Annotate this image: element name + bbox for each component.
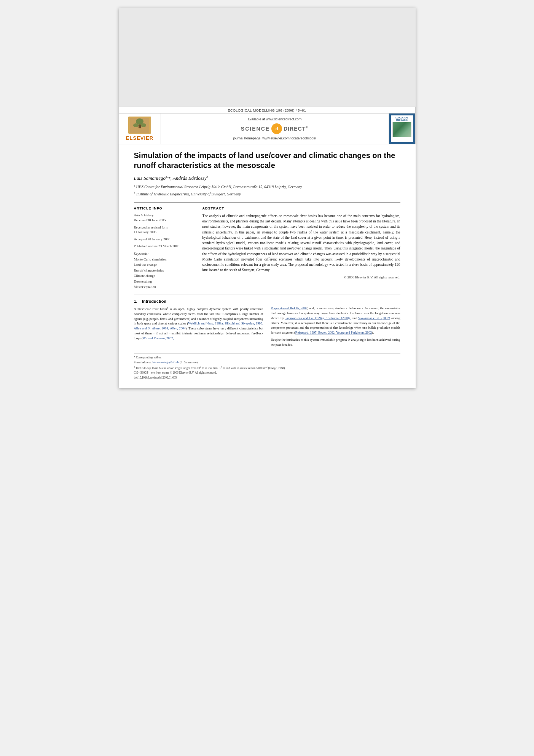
article-info-abstract-section: ARTICLE INFO Article history: Received 3… <box>134 206 400 289</box>
top-blank-area <box>119 8 416 107</box>
intro-text-right-2: Despite the intricacies of this system, … <box>271 337 400 347</box>
keyword-monte-carlo: Monte Carlo simulation <box>134 257 195 262</box>
journal-center: available at www.sciencedirect.com SCIEN… <box>161 114 389 143</box>
affil-b: b Institute of Hydraulic Engineering, Un… <box>134 191 400 197</box>
direct-text: DIRECT® <box>284 126 308 132</box>
intro-col-left: A mesoscale river basin1 is an open, hig… <box>134 306 263 349</box>
keyword-runoff: Runoff characteristics <box>134 268 195 273</box>
received-date: Received 30 June 2005 <box>134 218 195 223</box>
journal-banner: ELSEVIER available at www.sciencedirect.… <box>119 113 415 144</box>
journal-available-text: available at www.sciencedirect.com <box>248 117 302 121</box>
accepted-date: Accepted 30 January 2006 <box>134 237 195 242</box>
thumb-journal-image <box>392 122 411 137</box>
footnote-area: * Corresponding author. E-mail address: … <box>134 353 400 380</box>
article-info-header: ARTICLE INFO <box>134 206 195 210</box>
footnote-corresponding: * Corresponding author. <box>134 356 400 360</box>
journal-header-bar: ECOLOGICAL MODELLING 196 (2006) 45–61 EL… <box>119 107 416 144</box>
paper-title: Simulation of the impacts of land use/co… <box>134 150 400 170</box>
journal-thumb-inner: ECOLOGICAL MODELLING <box>391 115 413 142</box>
divider-after-affiliations <box>134 202 400 203</box>
footnote-issn: 0304-3800/$ – see front matter © 2006 El… <box>134 371 400 375</box>
svg-point-4 <box>141 123 146 127</box>
abstract-copyright: © 2006 Elsevier B.V. All rights reserved… <box>202 275 400 279</box>
science-text: SCIENCE <box>241 126 270 132</box>
intro-text-right: Porporato and Ridolfi, 2003) and, in som… <box>271 306 400 335</box>
author-b-sup: b <box>207 175 209 179</box>
thumb-journal-title: ECOLOGICAL MODELLING <box>392 117 412 121</box>
revised-label: Received in revised form 11 January 2006 <box>134 225 195 235</box>
section-number: 1. <box>134 299 137 304</box>
author-a-sup: a, <box>166 175 168 179</box>
history-label: Article history: <box>134 213 195 217</box>
journal-thumbnail: ECOLOGICAL MODELLING <box>389 113 415 144</box>
affil-a: a UFZ Centre for Environmental Research … <box>134 184 400 190</box>
journal-homepage-text: journal homepage: www.elsevier.com/locat… <box>233 136 316 140</box>
keyword-downscaling: Downscaling <box>134 279 195 284</box>
affiliations: a UFZ Centre for Environmental Research … <box>134 184 400 197</box>
sciencedirect-logo: SCIENCE d DIRECT® <box>241 123 308 134</box>
section-title-text: Introduction <box>142 299 166 304</box>
abstract-header: ABSTRACT <box>202 206 400 210</box>
elsevier-logo-box: ELSEVIER <box>119 113 161 144</box>
abstract-text: The analysis of climatic and anthropogen… <box>202 213 400 273</box>
keywords-label: Keywords: <box>134 252 195 256</box>
footnote-1: 1 That is to say, those basins whose len… <box>134 365 400 370</box>
elsevier-logo-text: ELSEVIER <box>126 135 153 141</box>
abstract-col: ABSTRACT The analysis of climatic and an… <box>202 206 400 289</box>
authors-line: Luis Samaniegoa,*, András Bárdossyb <box>134 175 400 181</box>
intro-text-left: A mesoscale river basin1 is an open, hig… <box>134 306 263 340</box>
svg-point-3 <box>133 123 139 127</box>
svg-rect-2 <box>139 125 141 128</box>
keyword-climate: Climate change <box>134 273 195 278</box>
page: ECOLOGICAL MODELLING 196 (2006) 45–61 EL… <box>119 8 416 388</box>
published-date: Published on line 23 March 2006 <box>134 244 195 249</box>
journal-top-line: ECOLOGICAL MODELLING 196 (2006) 45–61 <box>119 107 415 113</box>
divider-after-abstract <box>134 294 400 294</box>
footnote-doi: doi:10.1016/j.ecolmodel.2006.01.005 <box>134 376 400 380</box>
introduction-body: A mesoscale river basin1 is an open, hig… <box>134 306 400 349</box>
direct-circle-icon: d <box>271 123 282 134</box>
keyword-master: Master equation <box>134 284 195 289</box>
main-content: Simulation of the impacts of land use/co… <box>119 144 416 388</box>
footnote-email: E-mail address: luis.samaniego@ufz.de (L… <box>134 361 400 365</box>
keyword-land-use: Land use change <box>134 262 195 267</box>
introduction-section-title: 1. Introduction <box>134 299 400 304</box>
elsevier-tree-icon <box>128 117 151 134</box>
email-link[interactable]: luis.samaniego@ufz.de <box>152 361 179 364</box>
article-info-col: ARTICLE INFO Article history: Received 3… <box>134 206 195 289</box>
intro-col-right: Porporato and Ridolfi, 2003) and, in som… <box>271 306 400 349</box>
